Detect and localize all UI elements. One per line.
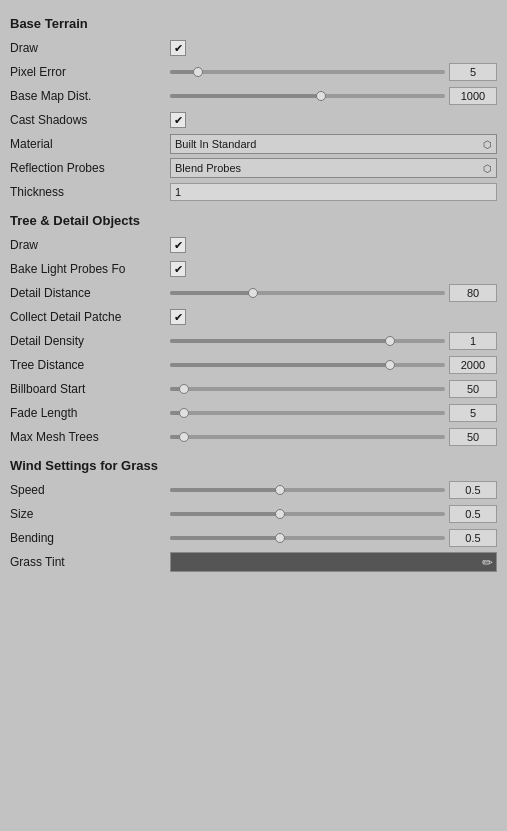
- max-mesh-trees-label: Max Mesh Trees: [10, 430, 170, 444]
- material-control: Built In Standard ⬡: [170, 134, 497, 154]
- tree-distance-label: Tree Distance: [10, 358, 170, 372]
- bending-control: 0.5: [170, 529, 497, 547]
- material-label: Material: [10, 137, 170, 151]
- tree-distance-value: 2000: [449, 356, 497, 374]
- size-row: Size 0.5: [10, 503, 497, 525]
- detail-distance-control: 80: [170, 284, 497, 302]
- max-mesh-trees-control: 50: [170, 428, 497, 446]
- max-mesh-trees-value: 50: [449, 428, 497, 446]
- max-mesh-trees-track[interactable]: [170, 435, 445, 439]
- terrain-settings-panel: Base Terrain Draw Pixel Error 5 Base Map…: [0, 0, 507, 583]
- tree-detail-title: Tree & Detail Objects: [10, 213, 497, 228]
- fade-length-value: 5: [449, 404, 497, 422]
- billboard-start-row: Billboard Start 50: [10, 378, 497, 400]
- billboard-start-label: Billboard Start: [10, 382, 170, 396]
- base-map-dist-value: 1000: [449, 87, 497, 105]
- base-map-dist-row: Base Map Dist. 1000: [10, 85, 497, 107]
- collect-detail-checkbox[interactable]: [170, 309, 186, 325]
- pixel-error-label: Pixel Error: [10, 65, 170, 79]
- detail-distance-row: Detail Distance 80: [10, 282, 497, 304]
- tree-draw-control: [170, 237, 497, 253]
- fade-length-label: Fade Length: [10, 406, 170, 420]
- detail-distance-label: Detail Distance: [10, 286, 170, 300]
- detail-density-track[interactable]: [170, 339, 445, 343]
- size-value: 0.5: [449, 505, 497, 523]
- size-label: Size: [10, 507, 170, 521]
- tree-distance-track[interactable]: [170, 363, 445, 367]
- thickness-value[interactable]: 1: [170, 183, 497, 201]
- cast-shadows-control: [170, 112, 497, 128]
- eyedropper-icon[interactable]: ✏: [482, 555, 493, 570]
- size-track[interactable]: [170, 512, 445, 516]
- speed-control: 0.5: [170, 481, 497, 499]
- detail-density-label: Detail Density: [10, 334, 170, 348]
- bake-light-label: Bake Light Probes Fo: [10, 262, 170, 276]
- reflection-probes-row: Reflection Probes Blend Probes ⬡: [10, 157, 497, 179]
- tree-draw-label: Draw: [10, 238, 170, 252]
- base-map-dist-label: Base Map Dist.: [10, 89, 170, 103]
- detail-density-control: 1: [170, 332, 497, 350]
- collect-detail-row: Collect Detail Patche: [10, 306, 497, 328]
- speed-value: 0.5: [449, 481, 497, 499]
- bake-light-row: Bake Light Probes Fo: [10, 258, 497, 280]
- detail-distance-track[interactable]: [170, 291, 445, 295]
- collect-detail-label: Collect Detail Patche: [10, 310, 170, 324]
- base-map-dist-control: 1000: [170, 87, 497, 105]
- speed-label: Speed: [10, 483, 170, 497]
- billboard-start-value: 50: [449, 380, 497, 398]
- pixel-error-value: 5: [449, 63, 497, 81]
- material-select[interactable]: Built In Standard ⬡: [170, 134, 497, 154]
- thickness-label: Thickness: [10, 185, 170, 199]
- thickness-row: Thickness 1: [10, 181, 497, 203]
- fade-length-row: Fade Length 5: [10, 402, 497, 424]
- draw-control: [170, 40, 497, 56]
- bending-value: 0.5: [449, 529, 497, 547]
- reflection-probes-select-value: Blend Probes: [175, 162, 241, 174]
- size-control: 0.5: [170, 505, 497, 523]
- material-dropdown-arrow: ⬡: [483, 139, 492, 150]
- detail-density-row: Detail Density 1: [10, 330, 497, 352]
- cast-shadows-label: Cast Shadows: [10, 113, 170, 127]
- tree-distance-control: 2000: [170, 356, 497, 374]
- bake-light-checkbox[interactable]: [170, 261, 186, 277]
- cast-shadows-checkbox[interactable]: [170, 112, 186, 128]
- pixel-error-control: 5: [170, 63, 497, 81]
- bending-track[interactable]: [170, 536, 445, 540]
- grass-tint-swatch[interactable]: ✏: [170, 552, 497, 572]
- bending-label: Bending: [10, 531, 170, 545]
- fade-length-track[interactable]: [170, 411, 445, 415]
- billboard-start-track[interactable]: [170, 387, 445, 391]
- bending-row: Bending 0.5: [10, 527, 497, 549]
- detail-distance-value: 80: [449, 284, 497, 302]
- draw-row: Draw: [10, 37, 497, 59]
- speed-track[interactable]: [170, 488, 445, 492]
- material-select-value: Built In Standard: [175, 138, 256, 150]
- reflection-probes-label: Reflection Probes: [10, 161, 170, 175]
- wind-settings-title: Wind Settings for Grass: [10, 458, 497, 473]
- tree-draw-row: Draw: [10, 234, 497, 256]
- pixel-error-row: Pixel Error 5: [10, 61, 497, 83]
- base-terrain-title: Base Terrain: [10, 16, 497, 31]
- max-mesh-trees-row: Max Mesh Trees 50: [10, 426, 497, 448]
- pixel-error-track[interactable]: [170, 70, 445, 74]
- detail-density-value: 1: [449, 332, 497, 350]
- grass-tint-row: Grass Tint ✏: [10, 551, 497, 573]
- base-map-dist-track[interactable]: [170, 94, 445, 98]
- reflection-probes-control: Blend Probes ⬡: [170, 158, 497, 178]
- grass-tint-control: ✏: [170, 552, 497, 572]
- grass-tint-label: Grass Tint: [10, 555, 170, 569]
- bake-light-control: [170, 261, 497, 277]
- tree-draw-checkbox[interactable]: [170, 237, 186, 253]
- draw-checkbox[interactable]: [170, 40, 186, 56]
- collect-detail-control: [170, 309, 497, 325]
- thickness-control: 1: [170, 183, 497, 201]
- reflection-probes-select[interactable]: Blend Probes ⬡: [170, 158, 497, 178]
- material-row: Material Built In Standard ⬡: [10, 133, 497, 155]
- speed-row: Speed 0.5: [10, 479, 497, 501]
- cast-shadows-row: Cast Shadows: [10, 109, 497, 131]
- billboard-start-control: 50: [170, 380, 497, 398]
- tree-distance-row: Tree Distance 2000: [10, 354, 497, 376]
- draw-label: Draw: [10, 41, 170, 55]
- reflection-probes-dropdown-arrow: ⬡: [483, 163, 492, 174]
- fade-length-control: 5: [170, 404, 497, 422]
